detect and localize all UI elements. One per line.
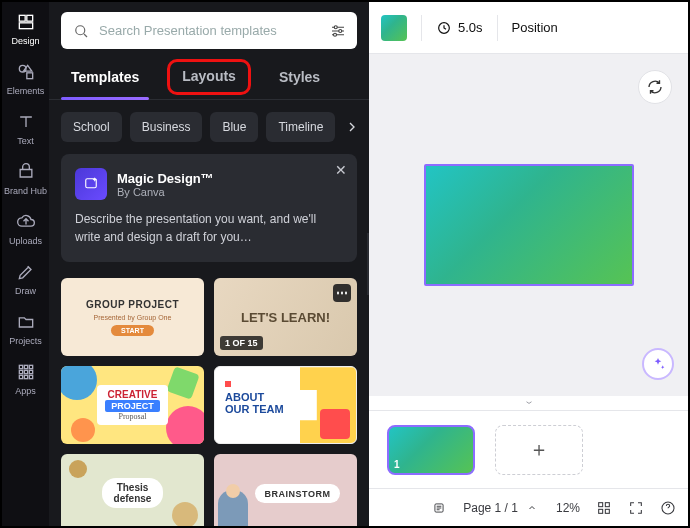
chevron-up-icon bbox=[524, 500, 540, 516]
svg-rect-11 bbox=[19, 375, 22, 378]
template-thumb[interactable]: ⋯ LET'S LEARN! 1 OF 15 bbox=[214, 278, 357, 356]
magic-description: Describe the presentation you want, and … bbox=[75, 210, 343, 246]
app-root: Design Elements Text Brand Hub Uploads D… bbox=[0, 0, 690, 528]
present-button[interactable] bbox=[628, 500, 644, 516]
svg-rect-0 bbox=[19, 15, 25, 21]
chip-timeline[interactable]: Timeline bbox=[266, 112, 335, 142]
close-icon[interactable]: ✕ bbox=[335, 162, 347, 178]
svg-rect-6 bbox=[24, 365, 27, 368]
thumb-label: PROJECT bbox=[105, 400, 160, 412]
svg-rect-24 bbox=[605, 509, 609, 513]
chip-business[interactable]: Business bbox=[130, 112, 203, 142]
svg-rect-4 bbox=[26, 73, 32, 79]
divider bbox=[497, 15, 498, 41]
search-icon bbox=[71, 21, 91, 41]
svg-rect-1 bbox=[26, 15, 32, 21]
rail-design[interactable]: Design bbox=[2, 12, 49, 46]
template-grid: GROUP PROJECT Presented by Group One STA… bbox=[49, 274, 369, 526]
duration-button[interactable]: 5.0s bbox=[436, 20, 483, 36]
rail-label: Text bbox=[17, 136, 34, 146]
divider bbox=[421, 15, 422, 41]
thumb-badge: 1 OF 15 bbox=[220, 336, 263, 350]
template-thumb[interactable]: CREATIVE PROJECT Proposal bbox=[61, 366, 204, 444]
chip-school[interactable]: School bbox=[61, 112, 122, 142]
help-icon bbox=[660, 500, 676, 516]
page-indicator[interactable]: Page 1 / 1 bbox=[463, 500, 540, 516]
search-input[interactable] bbox=[99, 23, 321, 38]
refresh-button[interactable] bbox=[638, 70, 672, 104]
svg-rect-23 bbox=[599, 509, 603, 513]
side-panel: Templates Layouts Styles School Business… bbox=[49, 2, 369, 526]
magic-subtitle: By Canva bbox=[117, 186, 214, 198]
draw-icon bbox=[16, 262, 36, 282]
svg-point-17 bbox=[334, 33, 337, 36]
page-thumb-number: 1 bbox=[394, 459, 400, 470]
svg-point-16 bbox=[339, 29, 342, 32]
rail-label: Design bbox=[11, 36, 39, 46]
template-thumb[interactable]: BRAINSTORM bbox=[214, 454, 357, 526]
magic-title: Magic Design™ bbox=[117, 171, 214, 186]
template-thumb[interactable]: GROUP PROJECT Presented by Group One STA… bbox=[61, 278, 204, 356]
svg-rect-12 bbox=[24, 375, 27, 378]
grid-icon bbox=[596, 500, 612, 516]
magic-float-button[interactable] bbox=[642, 348, 674, 380]
help-button[interactable] bbox=[660, 500, 676, 516]
rail-label: Draw bbox=[15, 286, 36, 296]
stage[interactable] bbox=[369, 54, 688, 396]
rail-label: Elements bbox=[7, 86, 45, 96]
canvas-toolbar: 5.0s Position bbox=[369, 2, 688, 54]
zoom-level[interactable]: 12% bbox=[556, 501, 580, 515]
nav-rail: Design Elements Text Brand Hub Uploads D… bbox=[2, 2, 49, 526]
grid-view-button[interactable] bbox=[596, 500, 612, 516]
apps-icon bbox=[16, 362, 36, 382]
filters-icon[interactable] bbox=[329, 22, 347, 40]
chip-blue[interactable]: Blue bbox=[210, 112, 258, 142]
slide-canvas[interactable] bbox=[424, 164, 634, 286]
svg-rect-2 bbox=[19, 23, 32, 29]
rail-brand-hub[interactable]: Brand Hub bbox=[2, 162, 49, 196]
thumb-label: CREATIVE bbox=[108, 389, 158, 400]
thumb-label: Thesis bbox=[117, 482, 149, 493]
svg-rect-9 bbox=[24, 370, 27, 373]
template-thumb[interactable]: ABOUT OUR TEAM bbox=[214, 366, 357, 444]
svg-rect-22 bbox=[605, 502, 609, 506]
template-thumb[interactable]: Thesis defense bbox=[61, 454, 204, 526]
svg-point-15 bbox=[334, 25, 337, 28]
svg-rect-10 bbox=[29, 370, 32, 373]
svg-rect-8 bbox=[19, 370, 22, 373]
svg-point-14 bbox=[76, 25, 85, 34]
notes-toggle[interactable] bbox=[431, 500, 447, 516]
tab-styles[interactable]: Styles bbox=[275, 59, 324, 99]
rail-text[interactable]: Text bbox=[2, 112, 49, 146]
tab-layouts[interactable]: Layouts bbox=[167, 59, 251, 95]
position-button[interactable]: Position bbox=[512, 20, 558, 35]
more-icon[interactable]: ⋯ bbox=[333, 284, 351, 302]
projects-icon bbox=[16, 312, 36, 332]
panel-tabs: Templates Layouts Styles bbox=[49, 59, 369, 100]
brand-hub-icon bbox=[16, 162, 36, 182]
thumb-label: LET'S LEARN! bbox=[241, 310, 330, 325]
color-swatch[interactable] bbox=[381, 15, 407, 41]
tab-templates[interactable]: Templates bbox=[67, 59, 143, 99]
search-bar[interactable] bbox=[61, 12, 357, 49]
magic-header: Magic Design™ By Canva bbox=[75, 168, 343, 200]
page-label: Page 1 / 1 bbox=[463, 501, 518, 515]
notes-icon bbox=[431, 500, 447, 516]
rail-label: Projects bbox=[9, 336, 42, 346]
magic-titles: Magic Design™ By Canva bbox=[117, 171, 214, 198]
rail-draw[interactable]: Draw bbox=[2, 262, 49, 296]
rail-apps[interactable]: Apps bbox=[2, 362, 49, 396]
rail-projects[interactable]: Projects bbox=[2, 312, 49, 346]
page-thumbs: 1 ＋ bbox=[369, 410, 688, 488]
svg-rect-13 bbox=[29, 375, 32, 378]
collapse-thumbs-handle[interactable] bbox=[369, 396, 688, 410]
thumb-label: BRAINSTORM bbox=[265, 489, 331, 499]
add-page-button[interactable]: ＋ bbox=[495, 425, 583, 475]
rail-elements[interactable]: Elements bbox=[2, 62, 49, 96]
canvas-area: 5.0s Position 1 ＋ bbox=[369, 2, 688, 526]
chip-scroll-right[interactable] bbox=[343, 118, 361, 136]
page-thumb[interactable]: 1 bbox=[387, 425, 475, 475]
rail-uploads[interactable]: Uploads bbox=[2, 212, 49, 246]
magic-design-card[interactable]: ✕ Magic Design™ By Canva Describe the pr… bbox=[61, 154, 357, 262]
thumb-label: OUR TEAM bbox=[225, 403, 284, 415]
